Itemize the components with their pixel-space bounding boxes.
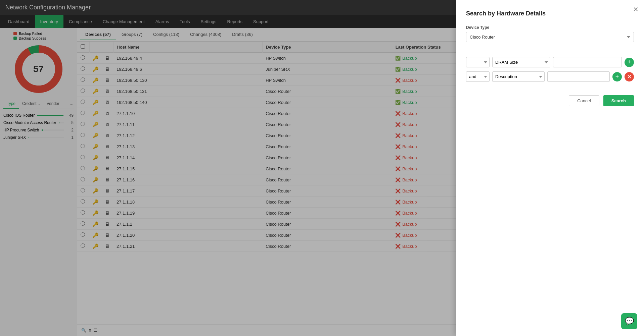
search-hardware-modal: ✕ Search by Hardware Details Device Type… bbox=[456, 0, 644, 336]
row2-remove-button[interactable]: ✕ bbox=[625, 72, 634, 81]
row1-condition-select[interactable]: and or bbox=[466, 57, 490, 67]
row1-field-select[interactable]: DRAM Size Description Flash Memory Hardw… bbox=[492, 57, 550, 67]
row1-value-input[interactable] bbox=[553, 57, 622, 67]
filter-row-1: and or DRAM Size Description Flash Memor… bbox=[466, 57, 634, 67]
row2-field-select[interactable]: Description DRAM Size Flash Memory Hardw… bbox=[492, 71, 545, 82]
chat-fab-button[interactable]: 💬 bbox=[621, 313, 637, 329]
filter-row-2: and or Description DRAM Size Flash Memor… bbox=[466, 71, 634, 82]
modal-footer: Cancel Search bbox=[466, 95, 634, 106]
device-type-label: Device Type bbox=[466, 25, 634, 30]
cancel-button[interactable]: Cancel bbox=[569, 95, 599, 106]
modal-title: Search by Hardware Details bbox=[466, 10, 634, 17]
row2-condition-select[interactable]: and or bbox=[466, 71, 490, 82]
modal-close-button[interactable]: ✕ bbox=[633, 5, 639, 13]
row2-add-button[interactable]: + bbox=[612, 72, 622, 81]
row1-add-button[interactable]: + bbox=[625, 58, 634, 67]
search-button[interactable]: Search bbox=[603, 95, 634, 106]
device-type-select[interactable]: Cisco Router HP Switch Juniper SRX Cisco… bbox=[466, 32, 634, 42]
row2-value-input[interactable] bbox=[547, 71, 610, 82]
modal-overlay: ✕ Search by Hardware Details Device Type… bbox=[0, 0, 644, 336]
